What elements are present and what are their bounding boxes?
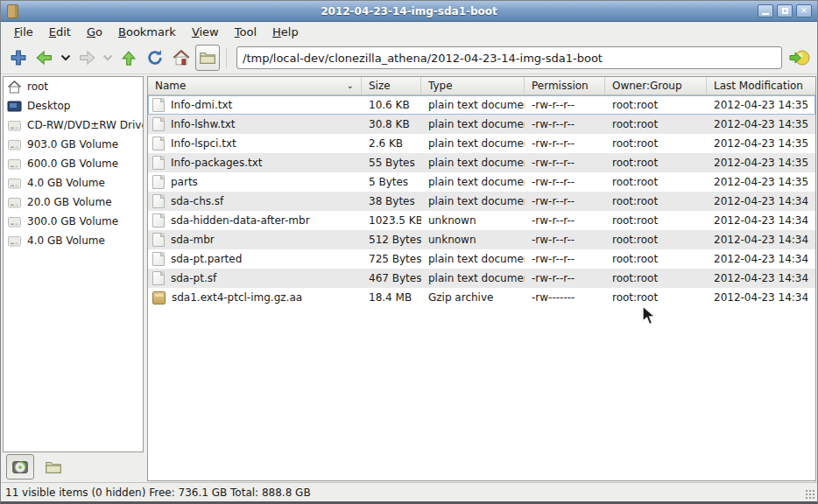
file-row[interactable]: sda-pt.parted 725 Bytes plain text docum…	[148, 249, 815, 269]
home-icon	[172, 48, 191, 67]
file-last-modification: 2012-04-23 14:34	[707, 291, 815, 304]
sidebar-item[interactable]: 600.0 GB Volume	[4, 154, 143, 173]
new-tab-button[interactable]	[6, 45, 31, 71]
column-header-owner-group[interactable]: Owner:Group	[605, 77, 707, 94]
file-owner-group: root:root	[605, 137, 707, 150]
file-size: 55 Bytes	[362, 157, 421, 169]
column-header-label: Owner:Group	[612, 80, 682, 92]
menu-item-label: Tool	[235, 25, 257, 38]
file-row[interactable]: Info-lshw.txt 30.8 KB plain text documen…	[148, 115, 815, 134]
sidebar-item[interactable]: 20.0 GB Volume	[4, 192, 143, 212]
file-name: Info-lshw.txt	[171, 118, 236, 130]
text-file-icon	[152, 136, 165, 150]
column-header-label: Type	[428, 80, 453, 92]
sidebar-item[interactable]: root	[4, 77, 143, 96]
column-header-name[interactable]: Name ⌄	[148, 77, 362, 94]
file-owner-group: root:root	[605, 291, 707, 304]
titlebar[interactable]: 2012-04-23-14-img-sda1-boot ✕	[1, 1, 817, 22]
file-size: 512 Bytes	[362, 234, 421, 246]
file-owner-group: root:root	[605, 99, 707, 111]
file-size: 30.8 KB	[362, 118, 421, 130]
menu-item-label: View	[192, 25, 219, 38]
menubar: File Edit Go Bookmark View Tool Help	[1, 22, 817, 42]
file-row[interactable]: sda-chs.sf 38 Bytes plain text document …	[148, 192, 815, 211]
chevron-down-icon	[102, 54, 113, 61]
sidebar-item[interactable]: CD-RW/DVD±RW Drive	[4, 116, 143, 135]
file-owner-group: root:root	[605, 118, 707, 130]
menu-item-label: Help	[272, 25, 299, 38]
go-button[interactable]	[787, 45, 812, 71]
address-input[interactable]	[236, 46, 782, 69]
sidebar-item-label: 903.0 GB Volume	[27, 138, 118, 150]
column-header-type[interactable]: Type	[421, 77, 525, 94]
list-header: Name ⌄ Size Type Permission Owner:Group …	[148, 77, 815, 95]
file-manager-window: 2012-04-23-14-img-sda1-boot ✕ File Edit …	[0, 0, 818, 504]
menu-item-label: Go	[87, 25, 102, 38]
file-last-modification: 2012-04-23 14:34	[707, 272, 815, 284]
file-row[interactable]: sda-hidden-data-after-mbr 1023.5 KB unkn…	[148, 211, 815, 230]
forward-button[interactable]	[74, 45, 99, 71]
sort-descending-icon: ⌄	[347, 81, 354, 90]
drive-icon	[7, 137, 22, 152]
sidebar-item[interactable]: 4.0 GB Volume	[4, 231, 143, 250]
sidebar-item[interactable]: 903.0 GB Volume	[4, 135, 143, 154]
menu-item-bookmark[interactable]: Bookmark	[110, 23, 184, 41]
file-permission: -rw-r--r--	[525, 176, 605, 188]
file-permission: -rw-r--r--	[525, 234, 605, 246]
file-row[interactable]: sda-mbr 512 Bytes unknown -rw-r--r-- roo…	[148, 230, 815, 249]
file-type: plain text document	[421, 99, 525, 111]
file-row[interactable]: sda1.ext4-ptcl-img.gz.aa 18.4 MB Gzip ar…	[148, 288, 815, 307]
desktop-icon	[7, 99, 22, 114]
open-folder-icon	[198, 48, 217, 67]
text-file-icon	[152, 271, 165, 285]
forward-history-dropdown[interactable]	[101, 45, 115, 71]
text-file-icon	[152, 156, 165, 170]
column-header-permission[interactable]: Permission	[525, 77, 605, 94]
column-header-last-modification[interactable]: Last Modification	[707, 77, 815, 94]
home-icon	[7, 80, 22, 94]
folder-view-toggle[interactable]	[195, 45, 220, 71]
file-row[interactable]: sda-pt.sf 467 Bytes plain text document …	[148, 269, 815, 288]
places-sidebar: root Desktop CD-RW/DVD±RW Drive	[3, 76, 144, 452]
menu-item-tool[interactable]: Tool	[227, 23, 264, 41]
file-type: plain text document	[421, 137, 525, 150]
file-last-modification: 2012-04-23 14:34	[707, 253, 815, 265]
menu-item-help[interactable]: Help	[264, 23, 307, 41]
directory-tree-icon	[44, 458, 63, 477]
file-row[interactable]: parts 5 Bytes plain text document -rw-r-…	[148, 172, 815, 192]
sidebar-item-label: 4.0 GB Volume	[27, 234, 105, 247]
sidebar-item[interactable]: 4.0 GB Volume	[4, 173, 143, 192]
file-name: parts	[171, 176, 198, 188]
file-size: 18.4 MB	[362, 291, 421, 304]
sidebar-item-label: root	[27, 80, 48, 93]
directory-tree-button[interactable]	[39, 454, 67, 480]
back-button[interactable]	[32, 45, 57, 71]
file-last-modification: 2012-04-23 14:34	[707, 234, 815, 246]
menu-item-file[interactable]: File	[6, 23, 41, 41]
sidebar-item[interactable]: 300.0 GB Volume	[4, 212, 143, 231]
file-name: sda1.ext4-ptcl-img.gz.aa	[172, 291, 302, 304]
menu-item-edit[interactable]: Edit	[41, 23, 79, 41]
resize-grip[interactable]	[805, 489, 815, 500]
drive-icon	[7, 214, 22, 229]
home-button[interactable]	[169, 45, 194, 71]
file-owner-group: root:root	[605, 272, 707, 284]
menu-item-label: Bookmark	[118, 25, 176, 38]
menu-item-label: File	[14, 25, 33, 38]
column-header-size[interactable]: Size	[362, 77, 421, 94]
sidebar-item[interactable]: Desktop	[4, 96, 143, 116]
file-owner-group: root:root	[605, 157, 707, 169]
places-pane-button[interactable]	[6, 454, 34, 480]
file-row[interactable]: Info-lspci.txt 2.6 KB plain text documen…	[148, 134, 815, 153]
file-row[interactable]: Info-packages.txt 55 Bytes plain text do…	[148, 153, 815, 172]
back-history-dropdown[interactable]	[59, 45, 73, 71]
up-button[interactable]	[116, 45, 141, 71]
file-last-modification: 2012-04-23 14:34	[707, 214, 815, 227]
file-owner-group: root:root	[605, 195, 707, 207]
file-row[interactable]: Info-dmi.txt 10.6 KB plain text document…	[148, 95, 815, 115]
menu-item-go[interactable]: Go	[79, 23, 110, 41]
menu-item-view[interactable]: View	[184, 23, 227, 41]
refresh-button[interactable]	[143, 45, 167, 71]
file-size: 10.6 KB	[362, 99, 421, 111]
file-name: Info-packages.txt	[171, 157, 263, 169]
